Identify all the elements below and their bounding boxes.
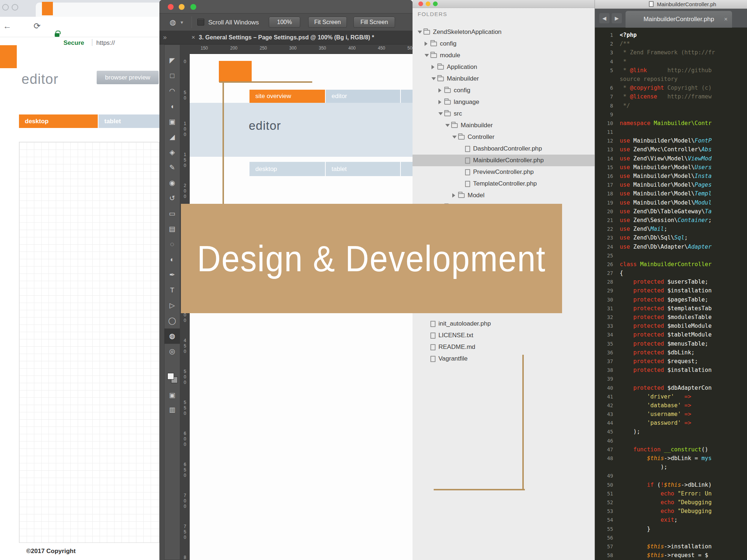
file-row-templatecontroller-php[interactable]: TemplateController.php: [413, 178, 595, 190]
screen-mode-icon[interactable]: ▥: [165, 406, 180, 414]
ruler-label: 100: [182, 121, 187, 137]
code-area[interactable]: 1<?php2/**3 * Zend Framework (http://fr4…: [595, 28, 747, 560]
line-number: 28: [595, 277, 620, 286]
mockup-logo: [219, 61, 252, 82]
disclosure-triangle-icon[interactable]: [431, 65, 437, 69]
history-brush-tool-icon[interactable]: ↺: [165, 191, 180, 206]
back-icon[interactable]: ←: [3, 21, 11, 31]
move-tool-icon[interactable]: ◤: [165, 53, 180, 68]
file-row-readme-md[interactable]: README.md: [413, 341, 595, 353]
color-swatches[interactable]: [167, 373, 178, 384]
frame-line: [434, 489, 525, 490]
disclosure-triangle-icon[interactable]: [431, 77, 437, 80]
folder-row-language[interactable]: language: [413, 96, 595, 108]
panel-collapse-icon[interactable]: »: [163, 34, 167, 41]
rectangular-marquee-tool-icon[interactable]: □: [165, 68, 180, 83]
zoom-100-button[interactable]: 100%: [269, 17, 300, 28]
nav-back-icon[interactable]: ◀: [599, 13, 609, 23]
close-tab-icon[interactable]: ×: [724, 11, 728, 28]
zoom-tool-icon[interactable]: ◎: [165, 344, 180, 359]
file-row-mainbuildercontroller-php[interactable]: MainbuilderController.php: [413, 155, 595, 166]
lock-icon[interactable]: [55, 33, 59, 37]
folder-row-application[interactable]: Application: [413, 61, 595, 73]
folder-row-config[interactable]: config: [413, 85, 595, 96]
file-row-previewcontroller-php[interactable]: PreviewController.php: [413, 166, 595, 178]
file-row-vagrantfile[interactable]: Vagrantfile: [413, 353, 595, 365]
close-window-icon[interactable]: [418, 1, 423, 6]
disclosure-triangle-icon[interactable]: [425, 42, 430, 46]
disclosure-triangle-icon[interactable]: [445, 124, 451, 127]
refresh-icon[interactable]: ⟳: [34, 21, 40, 31]
folder-row-model[interactable]: Model: [413, 190, 595, 201]
zoom-window-icon[interactable]: [190, 4, 196, 10]
code-line: 10namespace Mainbuilder\Contr: [595, 119, 747, 128]
code-line: 52 echo "Debugging: [595, 498, 747, 507]
code-line: 26class MainbuilderController: [595, 260, 747, 269]
file-row-init-autoloader-php[interactable]: init_autoloader.php: [413, 318, 595, 330]
hand-tool-icon[interactable]: ◍: [165, 328, 180, 344]
scroll-all-windows-checkbox[interactable]: [197, 19, 204, 26]
code-line: 12use Mainbuilder\Model\FontP: [595, 136, 747, 145]
code-line: 22use Zend\Mail;: [595, 225, 747, 233]
folder-row-src[interactable]: src: [413, 108, 595, 120]
file-row-license-txt[interactable]: LICENSE.txt: [413, 330, 595, 341]
folder-row-config[interactable]: config: [413, 38, 595, 50]
eraser-tool-icon[interactable]: ▭: [165, 206, 180, 221]
file-row-dashboardcontroller-php[interactable]: DashboardController.php: [413, 143, 595, 155]
disclosure-triangle-icon[interactable]: [452, 193, 458, 198]
line-number: 9: [595, 110, 620, 119]
path-selection-tool-icon[interactable]: ▷: [165, 298, 180, 313]
disclosure-triangle-icon[interactable]: [452, 136, 458, 139]
folder-row-zendskeletonapplication[interactable]: ZendSkeletonApplication: [413, 26, 595, 38]
zoom-window-icon[interactable]: [433, 1, 438, 6]
folder-row-module[interactable]: module: [413, 50, 595, 61]
close-document-icon[interactable]: ×: [191, 34, 195, 41]
quick-mask-icon[interactable]: ▣: [165, 391, 180, 399]
window-control-icon[interactable]: [2, 4, 9, 11]
disclosure-triangle-icon[interactable]: [425, 54, 430, 57]
editor-tab-active[interactable]: MainbuilderController.php ×: [626, 11, 732, 28]
fit-screen-button[interactable]: Fit Screen: [308, 17, 347, 28]
crop-tool-icon[interactable]: ▣: [165, 114, 180, 129]
type-tool-icon[interactable]: T: [165, 283, 180, 298]
pen-tool-icon[interactable]: ✒: [165, 267, 180, 283]
tree-item-label: Vagrantfile: [438, 355, 468, 362]
folder-row-controller[interactable]: Controller: [413, 131, 595, 143]
address-bar[interactable]: https://: [96, 39, 115, 47]
code-line: 47 function __construct(): [595, 445, 747, 454]
fill-screen-button[interactable]: Fill Screen: [353, 17, 395, 28]
eyedropper-tool-icon[interactable]: ◢: [165, 129, 180, 145]
close-window-icon[interactable]: [168, 4, 174, 10]
blur-tool-icon[interactable]: ◌: [165, 237, 180, 252]
clone-stamp-tool-icon[interactable]: ◉: [165, 175, 180, 191]
document-title[interactable]: 3. General Settings – Page Settings.psd …: [199, 34, 374, 41]
window-control-icon[interactable]: [12, 4, 18, 11]
brush-tool-icon[interactable]: ✎: [165, 160, 180, 175]
disclosure-triangle-icon[interactable]: [418, 31, 423, 34]
frame-line: [222, 81, 224, 204]
disclosure-triangle-icon[interactable]: [438, 88, 444, 93]
hand-tool-options-icon[interactable]: ◍: [170, 18, 176, 27]
banner-title: Design & Development: [197, 238, 546, 280]
minimize-window-icon[interactable]: [426, 1, 430, 6]
folder-row-mainbuilder[interactable]: Mainbuilder: [413, 120, 595, 131]
browser-preview-button[interactable]: browser preview: [97, 71, 159, 84]
quick-selection-tool-icon[interactable]: ◖: [165, 99, 180, 114]
nav-forward-icon[interactable]: ▶: [612, 13, 622, 23]
secure-label[interactable]: Secure: [63, 39, 84, 47]
minimize-window-icon[interactable]: [179, 4, 185, 10]
tab-desktop[interactable]: desktop: [19, 114, 98, 128]
editor-grid-canvas[interactable]: [19, 142, 159, 543]
gradient-tool-icon[interactable]: ▤: [165, 221, 180, 237]
ellipse-tool-icon[interactable]: ◯: [165, 313, 180, 328]
foreground-color-swatch[interactable]: [167, 373, 174, 380]
spot-healing-brush-tool-icon[interactable]: ◈: [165, 145, 180, 160]
disclosure-triangle-icon[interactable]: [438, 100, 444, 104]
folder-row-mainbuilder[interactable]: Mainbuilder: [413, 73, 595, 85]
chevron-down-icon[interactable]: ▾: [181, 19, 183, 25]
disclosure-triangle-icon[interactable]: [438, 112, 444, 115]
dodge-tool-icon[interactable]: ◐: [165, 252, 180, 267]
lasso-tool-icon[interactable]: ◠: [165, 83, 180, 99]
code-line: 27{: [595, 269, 747, 277]
code-line: 50 if (!$this->dbLink): [595, 481, 747, 489]
